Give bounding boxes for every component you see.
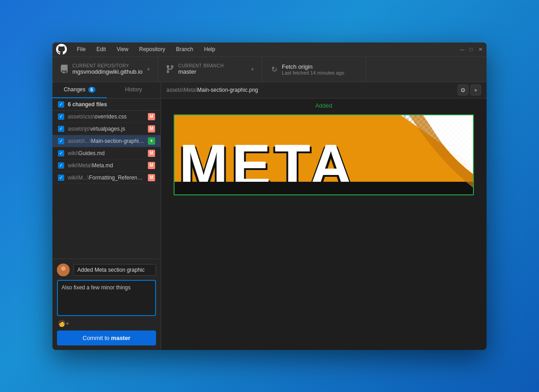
branch-label: Current branch (178, 63, 224, 68)
file-badge-mod-5: M (148, 174, 155, 181)
menu-file[interactable]: File (72, 44, 90, 54)
content-area: assets\Meta\Main-section-graphic.png ⚙ +… (161, 82, 487, 350)
repo-chevron-icon: ▼ (146, 67, 151, 72)
file-badge-mod-4: M (148, 162, 155, 169)
file-checkbox-5[interactable]: ✓ (58, 175, 64, 181)
checkbox-check-icon: ✓ (59, 102, 63, 107)
meta-image: META (175, 115, 473, 194)
file-item[interactable]: ✓ assets\css\overrides.css M (52, 111, 161, 123)
app-window: File Edit View Repository Branch Help — … (52, 43, 487, 350)
file-name-1: assets\js\virtualpages.js (68, 126, 144, 132)
commit-desc-footer: 🧑+ (57, 318, 156, 327)
add-coauthor-icon[interactable]: 🧑+ (58, 320, 69, 327)
menu-repository[interactable]: Repository (135, 44, 170, 54)
commit-title-input[interactable] (73, 264, 156, 276)
branch-text: Current branch master (178, 63, 224, 75)
file-badge-add-2: + (148, 137, 155, 145)
file-item[interactable]: ✓ assets\js\virtualpages.js M (52, 123, 161, 135)
file-item[interactable]: ✓ wiki\Meta\Meta.md M (52, 160, 161, 172)
fetch-origin-button[interactable]: ↻ Fetch origin Last fetched 14 minutes a… (262, 57, 366, 82)
file-badge-mod-3: M (148, 150, 155, 157)
image-frame: META (174, 114, 474, 195)
changes-badge: 6 (88, 87, 95, 93)
branch-selector[interactable]: Current branch master ▼ (158, 57, 262, 82)
settings-button[interactable]: ⚙ (458, 85, 468, 95)
file-item[interactable]: ✓ wiki\M...\Formatting_Reference.md M (52, 172, 161, 184)
file-checkbox-0[interactable]: ✓ (58, 113, 64, 120)
sidebar: Changes 6 History ✓ 6 changed files (52, 82, 161, 350)
svg-point-1 (61, 266, 66, 271)
content-header: assets\Meta\Main-section-graphic.png ⚙ + (161, 82, 487, 99)
tab-changes[interactable]: Changes 6 (52, 82, 107, 98)
file-checkbox-1[interactable]: ✓ (58, 126, 64, 132)
select-all-checkbox[interactable]: ✓ (58, 101, 64, 108)
file-count-label: 6 changed files (68, 101, 107, 108)
tab-history[interactable]: History (107, 82, 161, 98)
maximize-button[interactable]: □ (468, 47, 474, 52)
sidebar-tabs: Changes 6 History (52, 82, 161, 99)
menu-branch[interactable]: Branch (171, 44, 198, 54)
repo-icon (60, 65, 69, 74)
expand-button[interactable]: + (470, 85, 481, 95)
file-name-3: wiki\Guides.md (68, 150, 144, 156)
added-label: Added (161, 99, 487, 113)
commit-title-row (57, 264, 156, 276)
file-name-5: wiki\M...\Formatting_Reference.md (68, 175, 144, 181)
avatar-icon (57, 264, 70, 276)
file-badge-mod-0: M (148, 113, 155, 120)
image-preview: META (161, 113, 487, 350)
main-area: Changes 6 History ✓ 6 changed files (52, 82, 487, 350)
branch-chevron-icon: ▼ (250, 67, 255, 72)
avatar (57, 264, 70, 276)
repo-label: Current repository (72, 63, 142, 68)
branch-icon (165, 65, 175, 74)
menu-view[interactable]: View (112, 44, 133, 54)
window-controls: — □ ✕ (459, 47, 483, 52)
page-curl-icon (383, 115, 473, 194)
file-checkbox-2[interactable]: ✓ (58, 138, 64, 144)
repo-selector[interactable]: Current repository mgsvmoddingwiki.githu… (52, 57, 158, 82)
fetch-subtitle: Last fetched 14 minutes ago (282, 70, 344, 76)
menubar: File Edit View Repository Branch Help — … (52, 43, 487, 57)
fetch-icon: ↻ (271, 65, 277, 74)
file-list: ✓ 6 changed files ✓ assets\css\overrides… (52, 99, 161, 259)
file-badge-mod-1: M (148, 125, 155, 132)
minimize-button[interactable]: — (459, 47, 465, 52)
tab-history-label: History (125, 86, 142, 93)
file-name-0: assets\css\overrides.css (68, 113, 144, 120)
content-file-path: assets\Meta\Main-section-graphic.png (166, 87, 454, 93)
file-item[interactable]: ✓ wiki\Guides.md M (52, 147, 161, 160)
commit-button[interactable]: Commit to master (57, 331, 156, 345)
github-logo-icon (56, 44, 67, 55)
file-checkbox-3[interactable]: ✓ (58, 150, 64, 156)
tab-changes-label: Changes (64, 86, 85, 93)
content-file-name: Main-section-graphic.png (197, 87, 258, 93)
file-name-2: assets\...\Main-section-graphic.png (68, 138, 144, 144)
file-name-4: wiki\Meta\Meta.md (68, 162, 144, 169)
commit-area: Also fixed a few minor things 🧑+ Commit … (52, 259, 161, 350)
menu-help[interactable]: Help (199, 44, 220, 54)
repo-text: Current repository mgsvmoddingwiki.githu… (72, 63, 142, 75)
fetch-title: Fetch origin (282, 63, 344, 70)
branch-name: master (178, 68, 224, 75)
menu-edit[interactable]: Edit (92, 44, 110, 54)
file-checkbox-4[interactable]: ✓ (58, 162, 64, 169)
fetch-text: Fetch origin Last fetched 14 minutes ago (282, 63, 344, 76)
toolbar: Current repository mgsvmoddingwiki.githu… (52, 57, 487, 82)
file-item[interactable]: ✓ assets\...\Main-section-graphic.png + (52, 135, 161, 147)
repo-name: mgsvmoddingwiki.github.io (72, 68, 142, 75)
close-button[interactable]: ✕ (478, 47, 483, 52)
commit-description-input[interactable]: Also fixed a few minor things (57, 280, 156, 316)
content-actions: ⚙ + (458, 85, 481, 95)
file-list-header[interactable]: ✓ 6 changed files (52, 99, 161, 111)
